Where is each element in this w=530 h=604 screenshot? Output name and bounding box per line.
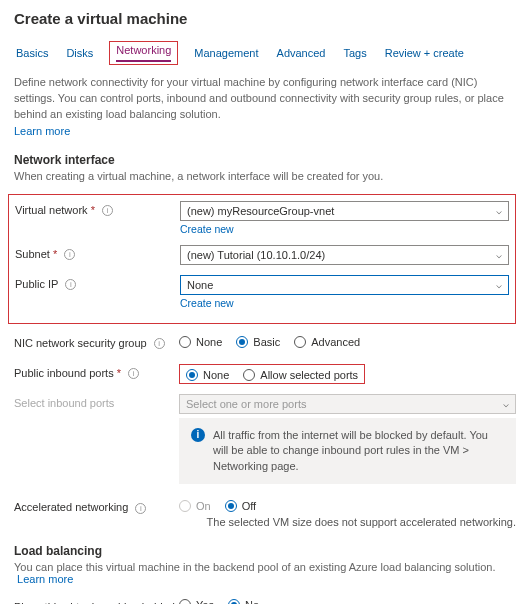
chevron-down-icon: ⌵ bbox=[496, 205, 502, 216]
chevron-down-icon: ⌵ bbox=[496, 249, 502, 260]
inbound-radio-allow[interactable]: Allow selected ports bbox=[243, 369, 358, 381]
section-network-interface-sub: When creating a virtual machine, a netwo… bbox=[14, 170, 516, 182]
vnet-select[interactable]: (new) myResourceGroup-vnet ⌵ bbox=[180, 201, 509, 221]
info-icon[interactable]: i bbox=[65, 279, 76, 290]
tab-management[interactable]: Management bbox=[192, 41, 260, 65]
lb-learn-more-link[interactable]: Learn more bbox=[17, 573, 73, 585]
accel-net-label: Accelerated networking i bbox=[14, 498, 179, 514]
select-ports-label: Select inbound ports bbox=[14, 394, 179, 409]
info-panel: i All traffic from the internet will be … bbox=[179, 418, 516, 484]
tab-disks[interactable]: Disks bbox=[64, 41, 95, 65]
public-ip-label: Public IP i bbox=[15, 275, 180, 291]
tab-basics[interactable]: Basics bbox=[14, 41, 50, 65]
public-ip-select[interactable]: None ⌵ bbox=[180, 275, 509, 295]
info-icon[interactable]: i bbox=[154, 338, 165, 349]
subnet-label: Subnet * i bbox=[15, 245, 180, 261]
tabs: Basics Disks Networking Management Advan… bbox=[14, 41, 516, 65]
tab-networking[interactable]: Networking bbox=[116, 42, 171, 62]
chevron-down-icon: ⌵ bbox=[503, 398, 509, 409]
select-ports-select: Select one or more ports ⌵ bbox=[179, 394, 516, 414]
tab-advanced[interactable]: Advanced bbox=[275, 41, 328, 65]
accel-note: The selected VM size does not support ac… bbox=[179, 516, 516, 528]
accel-radio-on: On bbox=[179, 500, 211, 512]
highlight-box-network-fields: Virtual network * i (new) myResourceGrou… bbox=[8, 194, 516, 324]
nsg-label: NIC network security group i bbox=[14, 334, 179, 350]
section-load-balancing-sub: You can place this virtual machine in th… bbox=[14, 561, 516, 585]
nsg-radio-advanced[interactable]: Advanced bbox=[294, 336, 360, 348]
lb-question-label: Place this virtual machine behind an exi… bbox=[14, 597, 179, 604]
section-network-interface: Network interface bbox=[14, 153, 516, 167]
vnet-label: Virtual network * i bbox=[15, 201, 180, 217]
inbound-radio-none[interactable]: None bbox=[186, 369, 229, 381]
public-ip-create-new-link[interactable]: Create new bbox=[180, 297, 509, 309]
page-title: Create a virtual machine bbox=[14, 10, 516, 27]
info-icon[interactable]: i bbox=[64, 249, 75, 260]
section-load-balancing: Load balancing bbox=[14, 544, 516, 558]
tab-tags[interactable]: Tags bbox=[341, 41, 368, 65]
info-icon[interactable]: i bbox=[128, 368, 139, 379]
info-icon[interactable]: i bbox=[102, 205, 113, 216]
vnet-create-new-link[interactable]: Create new bbox=[180, 223, 509, 235]
highlight-box-inbound-ports: None Allow selected ports bbox=[179, 364, 365, 384]
accel-radio-off[interactable]: Off bbox=[225, 500, 256, 512]
info-icon: i bbox=[191, 428, 205, 442]
highlight-box-networking-tab: Networking bbox=[109, 41, 178, 65]
nsg-radio-basic[interactable]: Basic bbox=[236, 336, 280, 348]
lb-radio-no[interactable]: No bbox=[228, 599, 259, 604]
nsg-radio-none[interactable]: None bbox=[179, 336, 222, 348]
inbound-ports-label: Public inbound ports * i bbox=[14, 364, 179, 380]
info-icon[interactable]: i bbox=[135, 503, 146, 514]
intro-text: Define network connectivity for your vir… bbox=[14, 75, 516, 123]
learn-more-link[interactable]: Learn more bbox=[14, 125, 516, 137]
subnet-select[interactable]: (new) Tutorial (10.10.1.0/24) ⌵ bbox=[180, 245, 509, 265]
lb-radio-yes[interactable]: Yes bbox=[179, 599, 214, 604]
tab-review[interactable]: Review + create bbox=[383, 41, 466, 65]
nsg-radio-group: None Basic Advanced bbox=[179, 336, 516, 348]
chevron-down-icon: ⌵ bbox=[496, 279, 502, 290]
